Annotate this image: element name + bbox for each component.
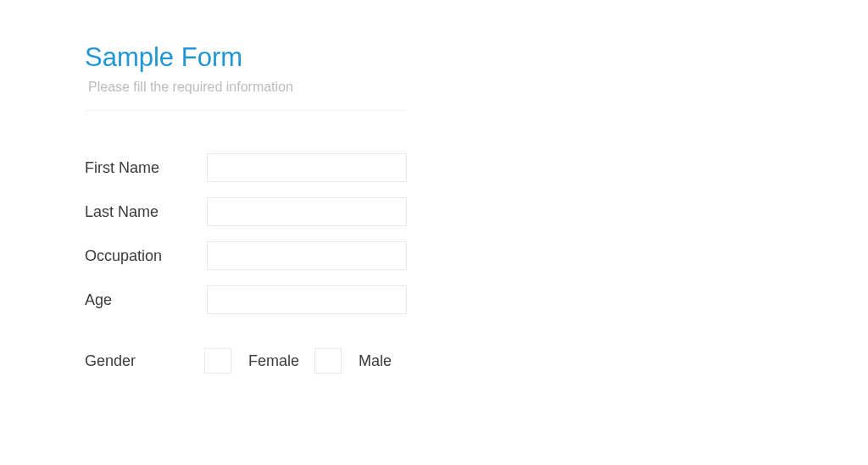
form-row-occupation: Occupation xyxy=(85,241,407,270)
form-subtitle: Please fill the required information xyxy=(88,80,407,95)
gender-option-female: Female xyxy=(204,348,299,374)
form-row-first-name: First Name xyxy=(85,153,407,182)
gender-female-text: Female xyxy=(248,352,299,370)
form-row-age: Age xyxy=(85,285,407,314)
first-name-label: First Name xyxy=(85,159,207,177)
age-label: Age xyxy=(85,291,207,309)
gender-male-checkbox[interactable] xyxy=(314,348,342,374)
first-name-input[interactable] xyxy=(207,153,407,182)
form-container: Sample Form Please fill the required inf… xyxy=(85,42,407,374)
gender-option-male: Male xyxy=(314,348,392,374)
gender-label: Gender xyxy=(85,352,204,370)
last-name-input[interactable] xyxy=(207,197,407,226)
form-title: Sample Form xyxy=(85,42,407,73)
gender-male-text: Male xyxy=(359,352,392,370)
form-divider xyxy=(85,110,407,111)
last-name-label: Last Name xyxy=(85,203,207,221)
gender-female-checkbox[interactable] xyxy=(204,348,231,374)
occupation-label: Occupation xyxy=(85,247,207,265)
occupation-input[interactable] xyxy=(207,241,407,270)
form-row-gender: Gender Female Male xyxy=(85,348,407,374)
age-input[interactable] xyxy=(207,285,407,314)
form-row-last-name: Last Name xyxy=(85,197,407,226)
